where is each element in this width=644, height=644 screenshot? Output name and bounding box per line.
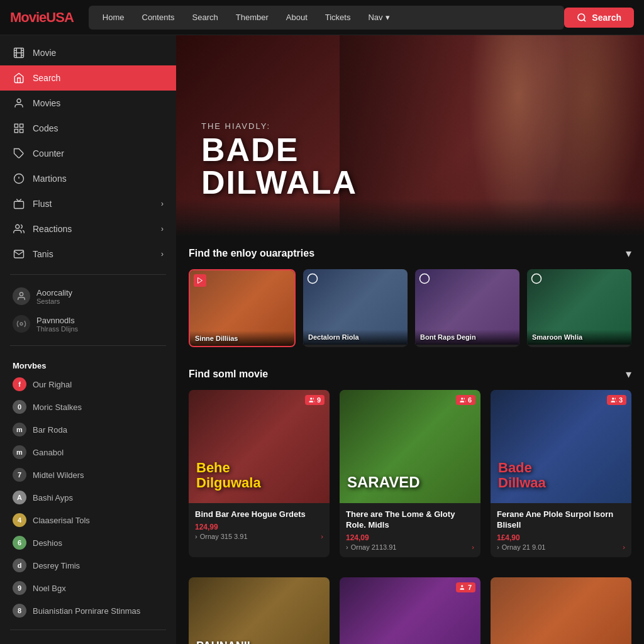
movie-card-5[interactable]: 7 xyxy=(340,577,480,644)
sidebar-list-item-5[interactable]: 7 Midtel Wilders xyxy=(0,464,176,486)
section-more: PAUNANIL 7 xyxy=(176,567,644,644)
home-icon xyxy=(13,72,25,84)
svg-point-0 xyxy=(578,14,585,21)
sidebar-list-item-9[interactable]: d Desrey Timis xyxy=(0,554,176,577)
section2-title: Find soml movie xyxy=(189,369,268,380)
sidebar-item-tanis[interactable]: Tanis › xyxy=(0,242,176,267)
tag-icon xyxy=(13,147,25,160)
list-label-2: Moric Stalkes xyxy=(33,402,82,412)
movie-card-4[interactable]: PAUNANIL xyxy=(189,577,330,644)
sidebar-account-section[interactable]: Aoorcality Sestars xyxy=(0,282,176,310)
search-icon xyxy=(577,13,587,23)
sidebar-item-flust[interactable]: Flust › xyxy=(0,191,176,216)
movie-badge-3: 3 xyxy=(607,395,626,405)
sidebar-item-movie[interactable]: Movie xyxy=(0,40,176,65)
movie-card-2[interactable]: 6 SARAVED There are The Lome & Gloty Rol… xyxy=(340,390,480,557)
sidebar-list-item-8[interactable]: 6 Deshios xyxy=(0,531,176,554)
sidebar-movies-group-title: Morvbes xyxy=(0,353,176,373)
movie-title-overlay-3: BadeDillwaa xyxy=(498,460,546,491)
badge-11: 8 xyxy=(13,604,26,618)
svg-point-10 xyxy=(17,99,21,103)
sidebar-list-item-4[interactable]: m Ganabol xyxy=(0,441,176,464)
sidebar-item-martions[interactable]: Martions xyxy=(0,166,176,191)
sidebar-item-codes[interactable]: Codes xyxy=(0,116,176,141)
card-label-1: Sinne Dilliias xyxy=(190,331,294,346)
list-label-11: Buianistian Pornirare Stinmas xyxy=(33,606,140,616)
svg-rect-13 xyxy=(20,130,23,133)
list-label-6: Bashi Ayps xyxy=(33,493,73,502)
search-button[interactable]: Search xyxy=(564,8,634,28)
card-img-1: Sinne Dilliias xyxy=(190,270,294,346)
movie-badge-5: 7 xyxy=(456,582,475,592)
card-3[interactable]: Bont Raps Degin xyxy=(415,269,519,347)
sidebar-item-reactions[interactable]: Reactions › xyxy=(0,216,176,242)
hero-overlay xyxy=(176,199,644,236)
movie-card-sub-2: ›Ornay 2113.91› xyxy=(346,543,474,551)
svg-rect-14 xyxy=(14,130,18,133)
sidebar-list-item-11[interactable]: 8 Buianistian Pornirare Stinmas xyxy=(0,599,176,622)
badge-4: m xyxy=(13,445,26,459)
svg-point-28 xyxy=(461,397,463,399)
sidebar-list-item-3[interactable]: m Bar Roda xyxy=(0,418,176,441)
movie-card-1[interactable]: 9 BeheDilguwala Bind Bar Aree Hogue Grde… xyxy=(189,390,330,557)
movie-card-img-6 xyxy=(491,577,631,644)
card-icon-2 xyxy=(307,273,319,286)
hero-text: THE HIAVDLY: BADE DILWALA xyxy=(201,121,357,199)
grid-icon xyxy=(13,122,25,135)
nav-thember[interactable]: Thember xyxy=(227,13,277,22)
nav-home[interactable]: Home xyxy=(94,13,133,22)
sidebar-list-item-2[interactable]: 0 Moric Stalkes xyxy=(0,396,176,418)
nav-about[interactable]: About xyxy=(277,13,316,22)
svg-point-29 xyxy=(612,397,614,399)
hero-title-line1: BADE xyxy=(201,133,357,166)
movie-card-img-1: 9 BeheDilguwala xyxy=(189,390,330,503)
svg-rect-11 xyxy=(14,124,18,127)
sidebar-list-item-7[interactable]: 4 Claaserisal Tols xyxy=(0,509,176,531)
movie-title-overlay-4: PAUNANIL xyxy=(196,640,254,644)
sidebar-item-movies[interactable]: Movies xyxy=(0,91,176,116)
movie-card-info-2: There are The Lome & Gloty Role. Midls 1… xyxy=(340,503,480,557)
section1-header: Find the enloy ouaraptries ▾ xyxy=(189,247,631,260)
sidebar-item-counter[interactable]: Counter xyxy=(0,141,176,166)
movie-card-6[interactable] xyxy=(491,577,631,644)
sidebar-list-item-10[interactable]: 9 Noel Bgx xyxy=(0,577,176,599)
movie-card-title-3: Ferane Ane Plole Surpol Isorn Blisell xyxy=(497,509,625,531)
card-2[interactable]: Dectalorn Riola xyxy=(303,269,408,347)
nav-search[interactable]: Search xyxy=(184,13,227,22)
chevron-right-reactions-icon: › xyxy=(161,225,164,233)
section-categories: Find the enloy ouaraptries ▾ Sinne Dilli… xyxy=(176,236,644,357)
badge-2: 0 xyxy=(13,400,26,414)
movie-title-overlay-1: BeheDilguwala xyxy=(196,460,261,491)
movie-card-img-2: 6 SARAVED xyxy=(340,390,480,503)
movie-card-title-2: There are The Lome & Gloty Role. Midls xyxy=(346,509,474,531)
sidebar-item-search[interactable]: Search xyxy=(0,65,176,91)
badge-count-5: 7 xyxy=(468,584,472,591)
badge-3: m xyxy=(13,423,26,436)
nav-contents[interactable]: Contents xyxy=(133,13,184,22)
account-info: Aoorcality Sestars xyxy=(36,288,72,305)
list-label-1: Our Righal xyxy=(33,380,72,389)
section1-title: Find the enloy ouaraptries xyxy=(189,248,314,259)
svg-point-26 xyxy=(532,274,541,284)
account-avatar xyxy=(13,287,30,305)
card-4[interactable]: Smaroon Whlia xyxy=(527,269,631,347)
nav-tickets[interactable]: Tickets xyxy=(316,13,360,22)
hero-banner: THE HIAVDLY: BADE DILWALA xyxy=(176,35,644,236)
section2-header: Find soml movie ▾ xyxy=(189,367,631,381)
main-nav: Home Contents Search Thember About Ticke… xyxy=(89,6,564,30)
nav-dropdown[interactable]: Nav ▾ xyxy=(359,13,398,22)
sidebar-list-item-1[interactable]: f Our Righal xyxy=(0,373,176,396)
section1-toggle[interactable]: ▾ xyxy=(626,247,631,260)
account-title2: Sestars xyxy=(36,297,72,305)
badge-7: 4 xyxy=(13,513,26,527)
movie-card-info-3: Ferane Ane Plole Surpol Isorn Blisell 1£… xyxy=(491,503,631,557)
card-1[interactable]: Sinne Dilliias xyxy=(189,269,296,347)
section2-toggle[interactable]: ▾ xyxy=(626,367,631,381)
sidebar-list-item-6[interactable]: A Bashi Ayps xyxy=(0,486,176,509)
movie-card-3[interactable]: 3 BadeDillwaa Ferane Ane Plole Surpol Is… xyxy=(491,390,631,557)
sidebar-movies-label: Movies xyxy=(33,98,60,108)
sidebar-codes-label: Codes xyxy=(33,123,58,133)
user2-icon xyxy=(13,223,25,235)
card-label-4: Smaroon Whlia xyxy=(527,330,631,345)
sidebar-account-sub[interactable]: Pavnnodls Thlrass Dlijns xyxy=(0,310,176,338)
